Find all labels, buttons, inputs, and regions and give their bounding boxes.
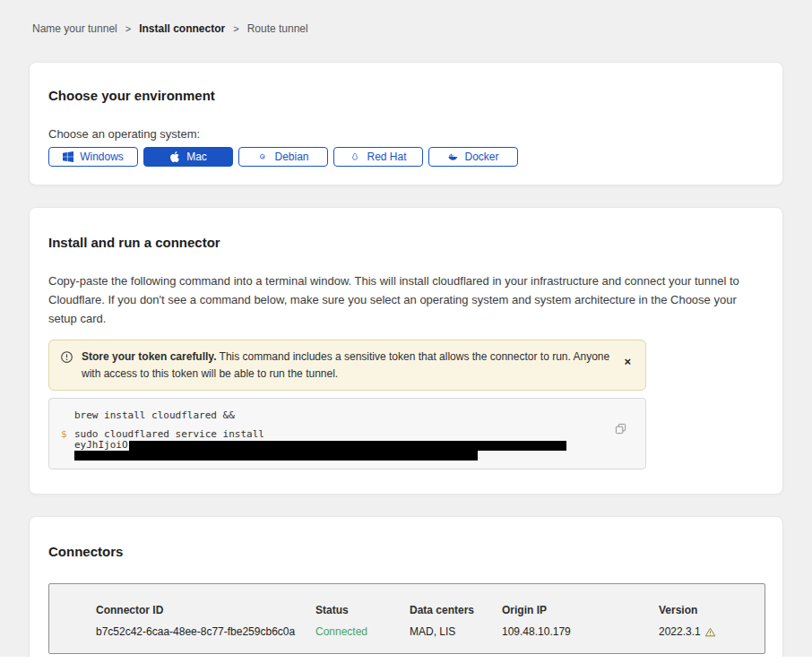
- alert-close-button[interactable]: ×: [620, 349, 635, 375]
- redacted-token-bar: [129, 441, 566, 451]
- breadcrumb-separator: >: [233, 23, 238, 34]
- connectors-card: Connectors Connector ID Status Data cent…: [29, 516, 783, 663]
- bottom-strip: [0, 657, 812, 663]
- os-button-label: Mac: [186, 151, 207, 163]
- code-line-brew: brew install cloudflared &&: [61, 410, 609, 421]
- os-button-label: Debian: [274, 151, 308, 163]
- os-button-label: Red Hat: [367, 151, 406, 163]
- code-brew-command: brew install cloudflared &&: [74, 410, 235, 421]
- install-connector-card: Install and run a connector Copy-paste t…: [29, 207, 783, 495]
- shell-prompt: $: [61, 429, 74, 440]
- alert-text: Store your token carefully. This command…: [82, 349, 612, 382]
- breadcrumb-install-connector[interactable]: Install connector: [139, 22, 225, 35]
- header-origin-ip: Origin IP: [502, 604, 659, 616]
- connector-data-centers-value: MAD, LIS: [410, 625, 502, 638]
- header-connector-id: Connector ID: [96, 604, 315, 616]
- os-button-redhat[interactable]: Red Hat: [333, 147, 423, 167]
- connectors-table-header: Connector ID Status Data centers Origin …: [96, 604, 764, 616]
- debian-icon: [257, 151, 268, 162]
- alert-title: Store your token carefully.: [82, 350, 217, 363]
- token-warning-alert: Store your token carefully. This command…: [48, 340, 646, 391]
- connector-id-value: b7c52c42-6caa-48ee-8c77-fbe259cb6c0a: [96, 625, 315, 638]
- os-button-debian[interactable]: Debian: [238, 147, 328, 167]
- connectors-card-title: Connectors: [48, 544, 764, 559]
- install-card-title: Install and run a connector: [48, 235, 764, 250]
- os-button-label: Windows: [80, 151, 124, 163]
- os-button-mac[interactable]: Mac: [143, 147, 233, 167]
- connectors-table: Connector ID Status Data centers Origin …: [48, 583, 765, 654]
- connector-table-row: b7c52c42-6caa-48ee-8c77-fbe259cb6c0a Con…: [96, 625, 764, 638]
- connector-status-badge: Connected: [315, 625, 410, 638]
- install-command-codeblock: brew install cloudflared && $ sudo cloud…: [48, 398, 646, 469]
- token-prefix: eyJhIjoiO: [74, 439, 128, 451]
- close-icon: ×: [624, 355, 631, 368]
- breadcrumb-route-tunnel[interactable]: Route tunnel: [247, 22, 308, 35]
- breadcrumb: Name your tunnel > Install connector > R…: [0, 0, 812, 35]
- redhat-icon: [350, 151, 360, 162]
- header-status: Status: [315, 604, 410, 616]
- alert-circle-icon: [60, 350, 73, 364]
- header-version: Version: [659, 604, 764, 616]
- connector-version-value: 2022.3.1: [659, 625, 764, 638]
- code-line-token: eyJhIjoiO: [61, 440, 609, 451]
- environment-card-title: Choose your environment: [48, 88, 764, 103]
- os-button-docker[interactable]: Docker: [428, 147, 518, 167]
- windows-icon: [63, 151, 73, 162]
- os-button-windows[interactable]: Windows: [48, 147, 138, 167]
- redacted-token-bar: [74, 451, 478, 461]
- code-line-sudo: $ sudo cloudflared service install: [61, 429, 609, 440]
- copy-command-button[interactable]: [615, 423, 626, 435]
- token-text: eyJhIjoiO: [74, 440, 566, 451]
- choose-environment-card: Choose your environment Choose an operat…: [29, 62, 783, 185]
- os-button-label: Docker: [464, 151, 498, 163]
- apple-icon: [169, 151, 180, 162]
- version-warning-triangle-icon: [704, 626, 716, 638]
- breadcrumb-separator: >: [125, 23, 131, 34]
- docker-icon: [447, 151, 458, 162]
- os-button-row: Windows Mac Debian Red Hat Docker: [48, 147, 764, 167]
- install-description: Copy-paste the following command into a …: [48, 271, 764, 328]
- version-text: 2022.3.1: [659, 625, 701, 638]
- os-select-label: Choose an operating system:: [48, 127, 764, 141]
- breadcrumb-name-your-tunnel[interactable]: Name your tunnel: [32, 22, 117, 35]
- copy-icon: [615, 423, 626, 435]
- connector-origin-ip-value: 109.48.10.179: [502, 625, 659, 638]
- header-data-centers: Data centers: [410, 604, 502, 616]
